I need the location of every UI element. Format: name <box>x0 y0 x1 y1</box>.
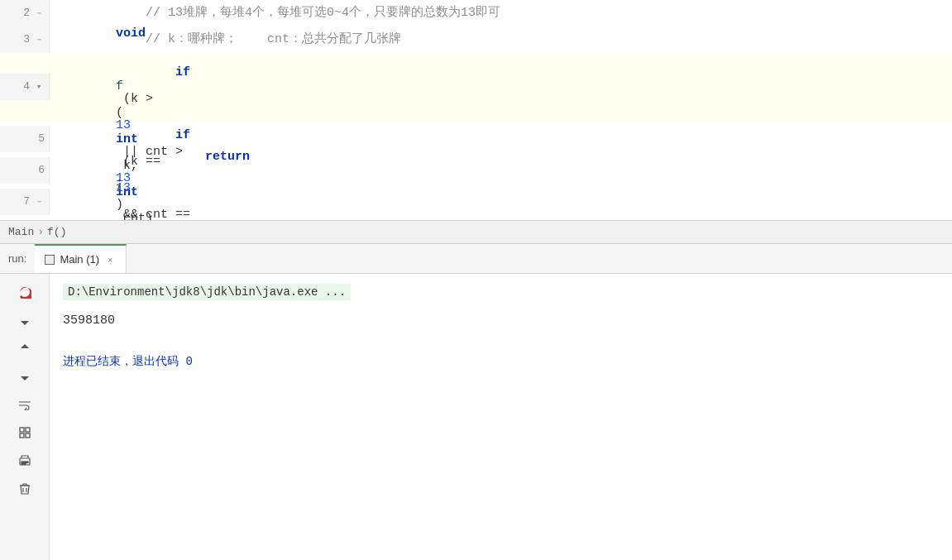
console-output-number: 3598180 <box>63 314 939 328</box>
line-number-5: 5 <box>0 126 50 152</box>
code-editor: 2 － // 13堆牌，每堆4个，每堆可选0~4个，只要牌的总数为13即可 3 … <box>0 0 952 244</box>
line-number-3: 3 － <box>0 26 50 53</box>
tab-icon <box>45 255 55 265</box>
breadcrumb: Main › f() <box>0 220 952 243</box>
console-exec-line: D:\Environment\jdk8\jdk\bin\java.exe ... <box>63 284 939 300</box>
fold-icon-2[interactable]: － <box>33 7 45 19</box>
scroll-up-button[interactable] <box>13 337 36 360</box>
console-sidebar <box>0 274 50 560</box>
breadcrumb-separator: › <box>37 226 44 238</box>
svg-rect-1 <box>26 428 30 432</box>
svg-rect-2 <box>20 433 24 438</box>
svg-rect-5 <box>22 462 28 463</box>
console-output: D:\Environment\jdk8\jdk\bin\java.exe ...… <box>50 274 952 560</box>
bottom-panel: run: Main (1) × <box>0 244 952 560</box>
console-container: D:\Environment\jdk8\jdk\bin\java.exe ...… <box>0 274 952 560</box>
run-tab-label: Main (1) <box>60 253 99 266</box>
code-content: 2 － // 13堆牌，每堆4个，每堆可选0~4个，只要牌的总数为13即可 3 … <box>0 0 952 220</box>
fold-icon-3[interactable]: － <box>33 34 45 45</box>
rerun-button[interactable] <box>13 280 36 304</box>
breadcrumb-main: Main <box>8 226 34 238</box>
scroll-to-bottom-button[interactable] <box>13 365 36 388</box>
fold-icon-7[interactable]: － <box>33 196 45 208</box>
run-tabs-bar: run: Main (1) × <box>0 244 952 274</box>
breadcrumb-method: f() <box>47 226 66 238</box>
svg-rect-3 <box>26 433 30 438</box>
run-label: run: <box>0 244 35 273</box>
line-number-7: 7 － <box>0 189 50 215</box>
code-text-7: if (k == 13 && cnt == 13 ) { <box>50 96 198 220</box>
scroll-down-button[interactable] <box>13 309 36 332</box>
line-number-6: 6 <box>0 157 50 184</box>
filter-button[interactable] <box>13 421 36 444</box>
line-number-4: 4 ▾ <box>0 74 50 100</box>
soft-wrap-button[interactable] <box>13 393 36 416</box>
run-tab-main[interactable]: Main (1) × <box>35 244 127 273</box>
clear-button[interactable] <box>13 477 36 500</box>
svg-rect-6 <box>22 463 26 465</box>
fold-icon-4[interactable]: ▾ <box>33 81 45 93</box>
code-line-7: 7 － if (k == 13 && cnt == 13 ) { <box>0 184 952 220</box>
console-exit-message: 进程已结束，退出代码 0 <box>63 355 193 368</box>
line-number-2: 2 － <box>0 0 50 26</box>
svg-rect-0 <box>20 428 24 432</box>
tab-close-button[interactable]: × <box>104 254 116 266</box>
print-button[interactable] <box>13 449 36 472</box>
